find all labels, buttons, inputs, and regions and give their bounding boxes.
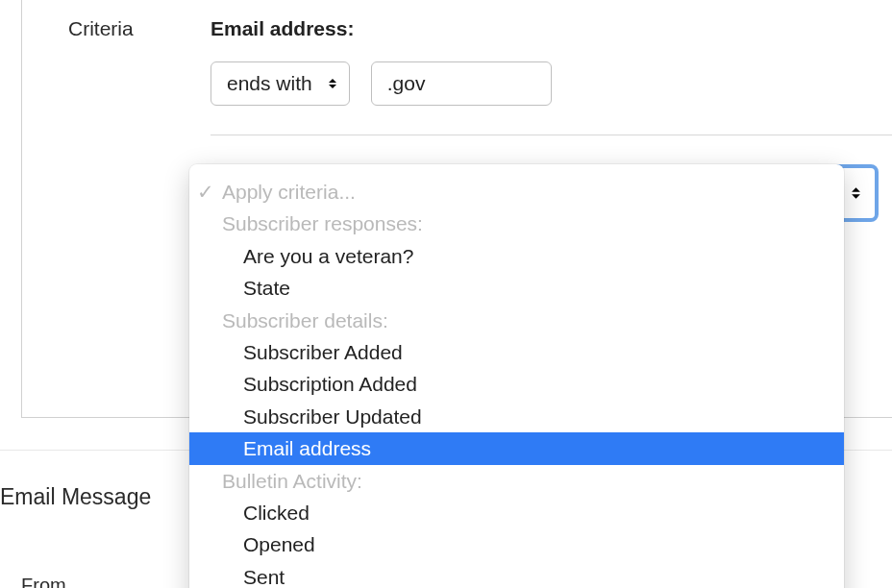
apply-criteria-dropdown: ✓Apply criteria...Subscriber responses:A…	[189, 164, 844, 588]
value-input[interactable]	[371, 61, 552, 106]
dropdown-option[interactable]: Are you a veteran?	[189, 240, 844, 272]
email-message-heading: Email Message	[0, 484, 151, 510]
dropdown-option[interactable]: Sent	[189, 561, 844, 588]
field-title: Email address:	[211, 17, 892, 40]
dropdown-option[interactable]: Subscription Added	[189, 368, 844, 400]
select-arrows-icon	[328, 78, 337, 89]
dropdown-group-header: Subscriber details:	[189, 305, 844, 336]
criteria-divider	[211, 135, 892, 135]
dropdown-option[interactable]: Clicked	[189, 497, 844, 528]
criteria-panel: Criteria Email address: ends with	[21, 0, 892, 418]
dropdown-option[interactable]: Subscriber Updated	[189, 401, 844, 432]
dropdown-group-header: Bulletin Activity:	[189, 465, 844, 497]
operator-select-value: ends with	[227, 72, 312, 95]
dropdown-option[interactable]: Opened	[189, 528, 844, 560]
dropdown-option[interactable]: Subscriber Added	[189, 336, 844, 368]
from-label: From	[21, 575, 66, 588]
dropdown-placeholder[interactable]: ✓Apply criteria...	[189, 176, 844, 208]
dropdown-group-header: Subscriber responses:	[189, 208, 844, 239]
dropdown-option[interactable]: Email address	[189, 432, 844, 464]
check-icon: ✓	[189, 178, 222, 206]
criteria-label: Criteria	[22, 17, 211, 40]
operator-select[interactable]: ends with	[211, 61, 350, 106]
dropdown-placeholder-text: Apply criteria...	[222, 178, 844, 206]
dropdown-option[interactable]: State	[189, 272, 844, 304]
select-arrows-icon	[851, 186, 861, 200]
